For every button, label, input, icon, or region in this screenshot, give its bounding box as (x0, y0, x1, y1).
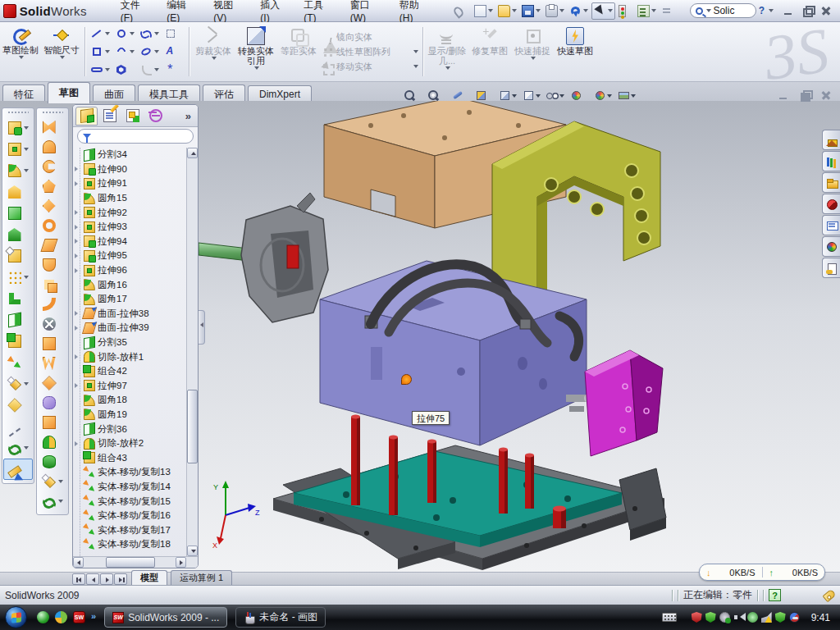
tree-item[interactable]: 圆角19 (73, 408, 186, 422)
linear-pattern-icon[interactable] (3, 267, 33, 288)
revolved-surface-icon[interactable] (38, 137, 67, 157)
print-icon[interactable] (544, 3, 566, 19)
dropdown-caret-icon[interactable] (24, 382, 29, 386)
swept-surface-icon[interactable] (38, 294, 67, 314)
first-tab-button[interactable] (72, 573, 85, 585)
helix-curve-icon[interactable] (3, 437, 33, 459)
toolbar-drag-handle[interactable] (42, 111, 63, 115)
dropdown-caret-icon[interactable] (254, 66, 259, 70)
tab-feature-manager[interactable] (75, 107, 98, 126)
toolbar-drag-handle[interactable] (7, 111, 29, 115)
dropdown-caret-icon[interactable] (154, 68, 159, 71)
start-button[interactable] (5, 606, 27, 628)
file-explorer-icon[interactable] (822, 172, 840, 193)
deform-icon[interactable] (38, 216, 67, 235)
model-viewport[interactable]: Y Z X (199, 101, 840, 572)
reference-axis-icon[interactable] (3, 416, 33, 437)
dropdown-caret-icon[interactable] (58, 480, 63, 483)
new-document-icon[interactable] (472, 3, 495, 19)
search-caret-icon[interactable] (706, 9, 711, 12)
tree-item[interactable]: 圆角17 (73, 292, 186, 307)
smart-dimension-button[interactable]: 智能尺寸 (41, 22, 82, 81)
zoom-selection-icon[interactable] (450, 89, 471, 103)
tree-vertical-scrollbar[interactable] (186, 148, 198, 556)
tree-item[interactable]: 拉伸90 (73, 162, 186, 177)
slot-tool-icon[interactable] (88, 61, 112, 79)
dropdown-caret-icon[interactable] (559, 94, 564, 98)
design-library-icon[interactable] (822, 151, 840, 171)
filled-surface-icon[interactable] (38, 432, 67, 452)
zoom-area-icon[interactable] (426, 89, 447, 103)
defender-shield-icon[interactable] (775, 612, 786, 623)
previous-tab-button[interactable] (86, 573, 99, 585)
solidworks-launcher-icon[interactable]: SW (73, 611, 85, 623)
trim-entities-button[interactable]: 剪裁实体 (192, 22, 235, 81)
language-ball-icon[interactable] (789, 612, 800, 623)
dropdown-caret-icon[interactable] (583, 9, 588, 12)
scroll-down-button[interactable] (187, 546, 198, 556)
dropdown-caret-icon[interactable] (154, 50, 159, 53)
purple-mold-block-part[interactable] (320, 261, 591, 445)
rebuild-traffic-light-icon[interactable] (617, 3, 634, 19)
taskbar-window-paint[interactable]: 未命名 - 画图 (235, 607, 326, 628)
custom-properties-icon[interactable] (822, 258, 840, 278)
pushpin-icon[interactable] (449, 3, 471, 19)
dropdown-caret-icon[interactable] (607, 94, 612, 98)
hide-show-items-icon[interactable] (545, 89, 566, 103)
tree-item[interactable]: 曲面-拉伸38 (73, 307, 186, 322)
move-copy-body-icon[interactable] (3, 352, 33, 373)
dropdown-caret-icon[interactable] (445, 66, 450, 70)
dropdown-caret-icon[interactable] (512, 9, 517, 12)
dropdown-caret-icon[interactable] (154, 32, 159, 35)
display-delete-relations-button[interactable]: 显示/删除几... (426, 22, 468, 81)
dropdown-caret-icon[interactable] (488, 9, 493, 12)
wrap-icon[interactable] (38, 196, 67, 216)
appearances-scenes-icon[interactable] (822, 236, 840, 257)
dropdown-caret-icon[interactable] (105, 32, 110, 35)
tree-item[interactable]: 拉伸95 (73, 249, 186, 263)
tree-item[interactable]: 拉伸96 (73, 263, 186, 278)
dropdown-caret-icon[interactable] (536, 94, 541, 98)
tree-item[interactable]: 实体-移动/复制15 (73, 494, 186, 509)
chamfer-icon[interactable] (3, 224, 33, 245)
volume-icon[interactable] (733, 612, 744, 623)
dropdown-caret-icon[interactable] (559, 9, 564, 12)
dropdown-caret-icon[interactable] (105, 50, 110, 53)
select-region-icon[interactable] (162, 25, 186, 43)
split-icon[interactable] (3, 309, 33, 331)
keyboard-layout-icon[interactable] (662, 613, 677, 622)
appearances-icon[interactable] (568, 89, 590, 103)
scroll-up-button[interactable] (187, 148, 198, 158)
dropdown-caret-icon[interactable] (413, 50, 418, 53)
delete-face-icon[interactable] (38, 314, 67, 334)
camera-view-icon[interactable] (616, 89, 637, 103)
tree-item[interactable]: 拉伸93 (73, 220, 186, 235)
dropdown-caret-icon[interactable] (24, 276, 29, 279)
solidworks-search-icon[interactable] (822, 194, 840, 214)
tree-horizontal-scrollbar[interactable] (73, 556, 198, 568)
tree-item[interactable]: 组合43 (73, 450, 186, 465)
quick-snaps-button[interactable]: 快速捕捉 (511, 22, 554, 81)
tree-item[interactable]: 实体-移动/复制13 (73, 465, 186, 480)
search-value[interactable]: Solic (713, 5, 734, 16)
dropdown-caret-icon[interactable] (651, 9, 656, 12)
spline-tool-icon[interactable] (137, 25, 162, 43)
repair-sketch-button[interactable]: 修复草图 (468, 22, 511, 81)
tree-item[interactable]: 拉伸91 (73, 176, 186, 191)
doc-close-button[interactable] (819, 89, 833, 102)
magenta-block-part[interactable] (585, 350, 663, 456)
dropdown-caret-icon[interactable] (536, 9, 541, 12)
search-box[interactable]: Solic (690, 3, 756, 18)
network-speed-widget[interactable]: ↓ 0KB/S ↑ 0KB/S (699, 564, 825, 581)
tab-property-manager[interactable] (98, 107, 121, 126)
panel-splitter-handle[interactable] (199, 310, 205, 345)
polygon-tool-icon[interactable] (112, 61, 137, 79)
dropdown-caret-icon[interactable] (413, 65, 418, 68)
rectangle-tool-icon[interactable] (88, 43, 112, 61)
help-icon[interactable]: ? (756, 5, 767, 16)
convert-entities-button[interactable]: 转换实体引用 (235, 22, 277, 81)
sketch-fillet-icon[interactable] (137, 61, 162, 79)
save-icon[interactable] (520, 3, 542, 19)
tree-item[interactable]: 切除-放样2 (73, 436, 186, 451)
quick-tips-icon[interactable]: ? (769, 589, 781, 601)
